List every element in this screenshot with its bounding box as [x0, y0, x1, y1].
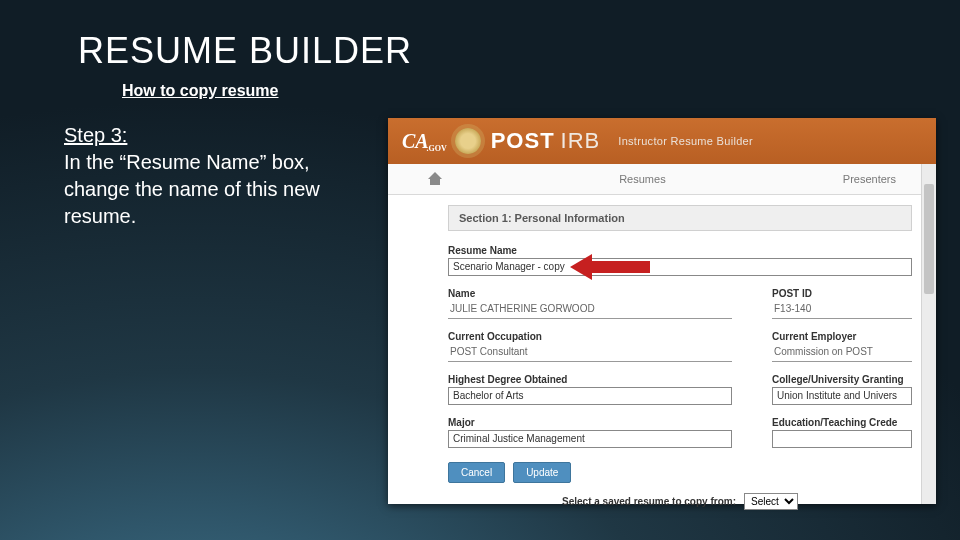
slide-subtitle: How to copy resume: [122, 82, 278, 100]
copy-select[interactable]: Select: [744, 493, 798, 510]
app-title: POST IRB: [491, 128, 601, 154]
field-college: College/University Granting Union Instit…: [772, 374, 912, 405]
slide-title: RESUME BUILDER: [78, 30, 412, 72]
home-icon[interactable]: [428, 172, 442, 186]
nav-resumes[interactable]: Resumes: [619, 173, 665, 185]
label-name: Name: [448, 288, 732, 299]
value-occupation: POST Consultant: [448, 344, 732, 362]
label-college: College/University Granting: [772, 374, 912, 385]
field-resume-name: Resume Name Scenario Manager - copy: [448, 245, 912, 276]
input-degree[interactable]: Bachelor of Arts: [448, 387, 732, 405]
nav-bar: Resumes Presenters: [388, 164, 936, 195]
input-cred[interactable]: [772, 430, 912, 448]
label-post-id: POST ID: [772, 288, 912, 299]
input-college[interactable]: Union Institute and Univers: [772, 387, 912, 405]
field-cred: Education/Teaching Crede: [772, 417, 912, 448]
label-degree: Highest Degree Obtained: [448, 374, 732, 385]
value-post-id: F13-140: [772, 301, 912, 319]
input-major[interactable]: Criminal Justice Management: [448, 430, 732, 448]
field-occupation: Current Occupation POST Consultant: [448, 331, 732, 362]
slide: RESUME BUILDER How to copy resume Step 3…: [0, 0, 960, 540]
copy-label: Select a saved resume to copy from:: [562, 496, 736, 507]
scrollbar[interactable]: [921, 164, 936, 504]
field-post-id: POST ID F13-140: [772, 288, 912, 319]
input-resume-name[interactable]: Scenario Manager - copy: [448, 258, 912, 276]
button-row: Cancel Update: [448, 462, 912, 483]
step-text: In the “Resume Name” box, change the nam…: [64, 151, 320, 227]
form-content: Section 1: Personal Information Resume N…: [388, 195, 936, 510]
label-employer: Current Employer: [772, 331, 912, 342]
step-label: Step 3:: [64, 124, 127, 146]
label-occupation: Current Occupation: [448, 331, 732, 342]
update-button[interactable]: Update: [513, 462, 571, 483]
field-major: Major Criminal Justice Management: [448, 417, 732, 448]
post-badge-icon: [455, 128, 481, 154]
label-cred: Education/Teaching Crede: [772, 417, 912, 428]
value-name: JULIE CATHERINE GORWOOD: [448, 301, 732, 319]
section-header: Section 1: Personal Information: [448, 205, 912, 231]
app-subtitle: Instructor Resume Builder: [618, 135, 753, 147]
ca-gov-logo: CA .GOV: [402, 131, 433, 151]
copy-row: Select a saved resume to copy from: Sele…: [448, 493, 912, 510]
field-employer: Current Employer Commission on POST: [772, 331, 912, 362]
label-major: Major: [448, 417, 732, 428]
scrollbar-thumb[interactable]: [924, 184, 934, 294]
value-employer: Commission on POST: [772, 344, 912, 362]
screenshot: CA .GOV POST IRB Instructor Resume Build…: [388, 118, 936, 504]
app-header: CA .GOV POST IRB Instructor Resume Build…: [388, 118, 936, 164]
slide-body: Step 3: In the “Resume Name” box, change…: [64, 122, 364, 230]
field-degree: Highest Degree Obtained Bachelor of Arts: [448, 374, 732, 405]
nav-presenters[interactable]: Presenters: [843, 173, 896, 185]
field-name: Name JULIE CATHERINE GORWOOD: [448, 288, 732, 319]
label-resume-name: Resume Name: [448, 245, 912, 256]
cancel-button[interactable]: Cancel: [448, 462, 505, 483]
